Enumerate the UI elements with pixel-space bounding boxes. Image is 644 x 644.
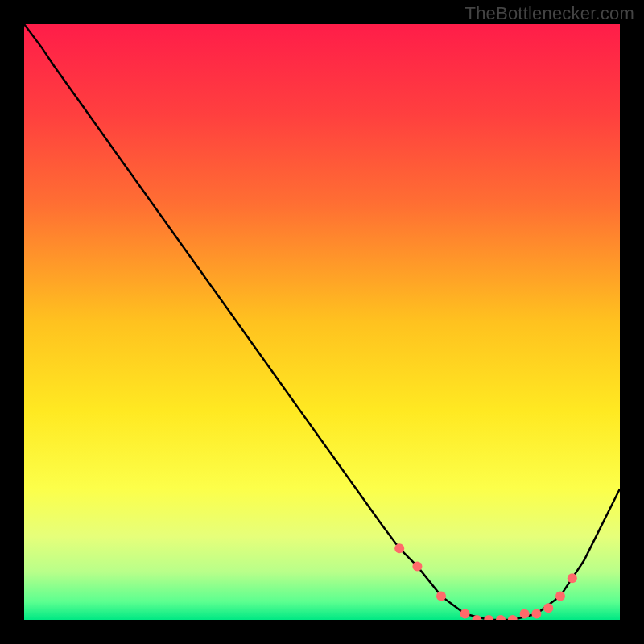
marker-point [531,609,541,619]
chart-frame: TheBottlenecker.com [0,0,644,644]
plot-area [24,24,620,620]
marker-point [460,609,470,619]
marker-point [543,603,553,613]
marker-point [555,591,565,601]
gradient-background [24,24,620,620]
marker-point [394,543,404,553]
marker-point [436,591,446,601]
watermark-text: TheBottlenecker.com [465,3,634,24]
marker-point [520,609,530,619]
marker-point [568,573,577,583]
chart-svg [24,24,620,620]
marker-point [412,561,422,571]
